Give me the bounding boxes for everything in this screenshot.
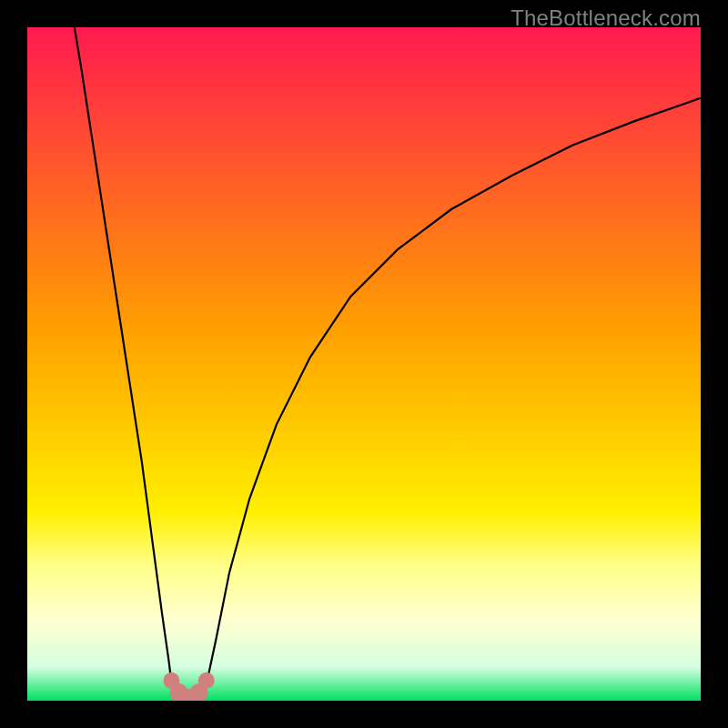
chart-area (27, 27, 701, 701)
gradient-background (27, 27, 701, 701)
valley-marker (198, 672, 215, 689)
bottleneck-chart (27, 27, 701, 701)
